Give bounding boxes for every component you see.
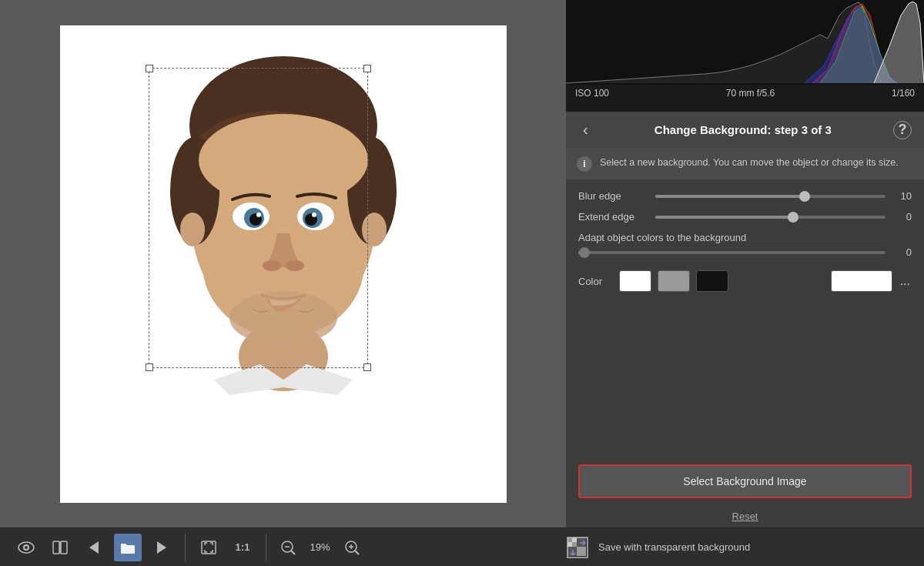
iso-label: ISO 100	[575, 88, 609, 99]
adapt-track[interactable]	[578, 251, 886, 254]
svg-marker-29	[157, 541, 166, 554]
zoom-out-button[interactable]	[276, 535, 300, 560]
color-label: Color	[578, 276, 613, 287]
svg-marker-28	[89, 541, 99, 554]
svg-rect-26	[61, 541, 67, 554]
selection-box	[149, 68, 368, 368]
svg-point-24	[25, 546, 28, 549]
toolbar-left: 1:1 19%	[12, 534, 554, 561]
canvas-white	[60, 25, 507, 503]
histogram-svg	[566, 0, 924, 85]
adapt-thumb[interactable]	[579, 247, 590, 258]
blur-edge-label: Blur edge	[578, 190, 648, 202]
toolbar-divider-2	[266, 534, 266, 561]
prev-button[interactable]	[80, 534, 108, 561]
color-swatch-white[interactable]	[619, 270, 651, 292]
info-text: Select a new background. You can move th…	[600, 156, 899, 170]
extend-edge-thumb[interactable]	[788, 212, 798, 223]
reset-section: Reset	[566, 504, 924, 527]
help-button[interactable]: ?	[893, 121, 912, 139]
adapt-section: Adapt object colors to the background 0	[578, 232, 912, 258]
handle-bl[interactable]	[146, 363, 153, 371]
handle-br[interactable]	[363, 363, 371, 371]
step-header: ‹ Change Background: step 3 of 3 ?	[566, 112, 924, 148]
save-transparent-label: Save with transparent background	[598, 541, 750, 553]
blur-edge-value: 10	[893, 190, 912, 202]
blur-edge-fill	[655, 195, 805, 198]
zoom-in-button[interactable]	[340, 535, 364, 560]
canvas-area	[0, 0, 566, 527]
histogram-area: ISO 100 70 mm f/5.6 1/160	[566, 0, 924, 112]
extend-edge-row: Extend edge 0	[578, 211, 912, 223]
main-area: ISO 100 70 mm f/5.6 1/160 ‹ Change Backg…	[0, 0, 924, 527]
open-folder-button[interactable]	[114, 534, 142, 561]
controls-area: Blur edge 10 Extend edge 0 Adapt object …	[566, 179, 924, 464]
info-box: i Select a new background. You can move …	[566, 148, 924, 179]
extend-edge-label: Extend edge	[578, 211, 648, 223]
toolbar-right-section: Save with transparent background	[554, 536, 912, 559]
extend-edge-track[interactable]	[655, 216, 886, 219]
fit-window-button[interactable]	[195, 534, 223, 561]
select-bg-container: Select Background Image	[566, 464, 924, 504]
save-transparent-button[interactable]	[566, 536, 589, 559]
extend-edge-fill	[655, 216, 793, 219]
compare-button[interactable]	[46, 534, 74, 561]
zoom-percent: 19%	[306, 541, 333, 553]
histogram-meta: ISO 100 70 mm f/5.6 1/160	[566, 85, 924, 102]
svg-rect-30	[202, 541, 216, 554]
next-button[interactable]	[148, 534, 176, 561]
bottom-toolbar: 1:1 19%	[0, 527, 924, 566]
preview-button[interactable]	[12, 534, 40, 561]
svg-rect-39	[572, 538, 577, 542]
adapt-value: 0	[893, 246, 912, 258]
adapt-slider-row: 0	[578, 246, 912, 258]
color-row: Color ...	[578, 270, 912, 292]
info-icon: i	[577, 156, 592, 172]
color-preview[interactable]	[831, 270, 892, 292]
svg-rect-43	[577, 547, 586, 556]
reset-link[interactable]: Reset	[732, 511, 758, 522]
svg-rect-40	[567, 542, 572, 547]
blur-edge-thumb[interactable]	[799, 191, 810, 202]
back-button[interactable]: ‹	[578, 119, 593, 140]
svg-rect-25	[53, 541, 59, 554]
handle-tl[interactable]	[146, 65, 153, 72]
exposure-label: 1/160	[892, 88, 915, 99]
handle-tr[interactable]	[363, 65, 371, 72]
color-swatch-black[interactable]	[696, 270, 728, 292]
color-swatch-gray[interactable]	[658, 270, 690, 292]
extend-edge-value: 0	[893, 211, 912, 223]
svg-line-37	[355, 551, 359, 554]
right-panel: ISO 100 70 mm f/5.6 1/160 ‹ Change Backg…	[566, 0, 924, 527]
color-more-button[interactable]: ...	[899, 274, 912, 288]
toolbar-divider-1	[185, 534, 186, 561]
select-bg-button[interactable]: Select Background Image	[578, 464, 912, 498]
focal-label: 70 mm f/5.6	[726, 88, 775, 99]
adapt-label: Adapt object colors to the background	[578, 232, 912, 243]
blur-edge-track[interactable]	[655, 195, 886, 198]
one-to-one-button[interactable]: 1:1	[229, 534, 256, 561]
svg-line-33	[291, 551, 295, 554]
blur-edge-row: Blur edge 10	[578, 190, 912, 202]
step-title: Change Background: step 3 of 3	[593, 123, 893, 136]
